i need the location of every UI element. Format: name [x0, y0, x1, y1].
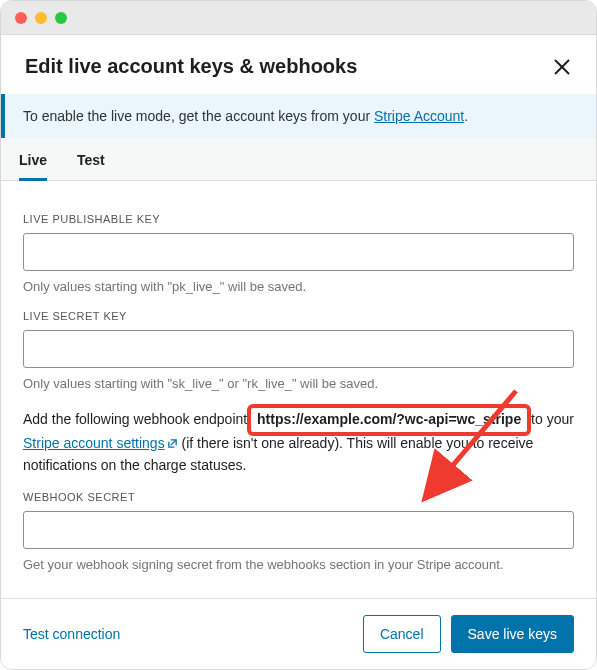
notice-text-after: . [464, 108, 468, 124]
secret-key-help: Only values starting with "sk_live_" or … [23, 376, 574, 391]
stripe-settings-link[interactable]: Stripe account settings [23, 435, 178, 451]
cancel-button[interactable]: Cancel [363, 615, 441, 653]
webhook-endpoint-url: https://example.com/?wc-api=wc_stripe [257, 411, 521, 427]
modal-footer: Test connection Cancel Save live keys [1, 598, 596, 669]
info-notice: To enable the live mode, get the account… [1, 94, 596, 138]
window-close-dot[interactable] [15, 12, 27, 24]
save-button[interactable]: Save live keys [451, 615, 574, 653]
secret-key-label: LIVE SECRET KEY [23, 310, 574, 322]
pub-key-input[interactable] [23, 233, 574, 271]
tabs: Live Test [1, 138, 596, 181]
test-connection-link[interactable]: Test connection [23, 626, 120, 642]
stripe-account-link[interactable]: Stripe Account [374, 108, 464, 124]
close-icon [553, 58, 571, 76]
webhook-endpoint-highlight: https://example.com/?wc-api=wc_stripe [251, 407, 527, 433]
webhook-secret-input[interactable] [23, 511, 574, 549]
secret-key-input[interactable] [23, 330, 574, 368]
webhook-secret-label: WEBHOOK SECRET [23, 491, 574, 503]
pub-key-help: Only values starting with "pk_live_" wil… [23, 279, 574, 294]
external-link-icon [167, 434, 178, 456]
modal-header: Edit live account keys & webhooks [1, 35, 596, 94]
mac-titlebar [1, 1, 596, 35]
window-minimize-dot[interactable] [35, 12, 47, 24]
stripe-settings-link-text: Stripe account settings [23, 435, 165, 451]
tab-live[interactable]: Live [19, 138, 47, 180]
close-button[interactable] [552, 57, 572, 77]
window-zoom-dot[interactable] [55, 12, 67, 24]
webhook-secret-help: Get your webhook signing secret from the… [23, 557, 574, 572]
modal-window: Edit live account keys & webhooks To ena… [0, 0, 597, 670]
pub-key-label: LIVE PUBLISHABLE KEY [23, 213, 574, 225]
modal-content: LIVE PUBLISHABLE KEY Only values startin… [1, 181, 596, 598]
tab-test[interactable]: Test [77, 138, 105, 180]
webhook-text-before: Add the following webhook endpoint [23, 411, 251, 427]
webhook-instructions: Add the following webhook endpoint https… [23, 407, 574, 477]
notice-text-before: To enable the live mode, get the account… [23, 108, 374, 124]
modal-title: Edit live account keys & webhooks [25, 55, 357, 78]
webhook-text-mid: to your [527, 411, 574, 427]
